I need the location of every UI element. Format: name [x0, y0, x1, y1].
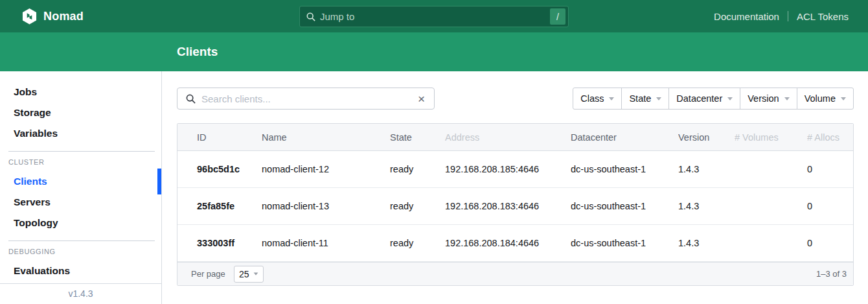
sidebar-divider [8, 151, 155, 152]
chevron-down-icon [727, 97, 733, 100]
sidebar-item-variables[interactable]: Variables [0, 123, 161, 144]
column-header-volumes: # Volumes [735, 132, 807, 143]
chevron-down-icon [656, 97, 661, 100]
column-header-allocs: # Allocs [807, 132, 853, 143]
sidebar-item-topology[interactable]: Topology [0, 213, 161, 233]
table-row[interactable]: 333003ff nomad-client-11 ready 192.168.2… [177, 225, 853, 262]
filter-class-button[interactable]: Class [573, 88, 622, 110]
client-datacenter: dc-us-southeast-1 [571, 238, 678, 248]
client-name: nomad-client-13 [262, 201, 390, 211]
sidebar-section-cluster: CLUSTER [0, 157, 161, 167]
client-datacenter: dc-us-southeast-1 [571, 164, 678, 174]
table-header: ID Name State Address Datacenter Version… [177, 124, 853, 151]
sidebar-item-servers[interactable]: Servers [0, 192, 161, 213]
filter-group: Class State Datacenter Version [573, 88, 854, 110]
client-version: 1.4.3 [678, 238, 735, 248]
client-name: nomad-client-11 [262, 238, 390, 248]
filter-label: State [629, 93, 651, 104]
brand-name: Nomad [43, 10, 84, 23]
chevron-down-icon [841, 97, 846, 100]
filter-datacenter-button[interactable]: Datacenter [668, 88, 740, 110]
sidebar-divider [8, 240, 155, 241]
filter-label: Class [580, 93, 604, 104]
table-footer: Per page 25 1–3 of 3 [177, 262, 853, 285]
filter-volume-button[interactable]: Volume [797, 88, 854, 110]
sidebar-item-storage[interactable]: Storage [0, 102, 161, 123]
sidebar: Jobs Storage Variables CLUSTER Clients S… [0, 71, 162, 304]
search-clients-box[interactable]: × [177, 88, 435, 110]
sidebar-section-debugging: DEBUGGING [0, 246, 161, 257]
pagination-range: 1–3 of 3 [816, 269, 847, 279]
sidebar-item-clients[interactable]: Clients [0, 171, 161, 192]
nomad-cube-icon [22, 8, 37, 25]
filter-version-button[interactable]: Version [740, 88, 797, 110]
slash-shortcut-badge: / [550, 8, 565, 25]
nomad-logo[interactable]: Nomad [22, 8, 84, 25]
client-datacenter: dc-us-southeast-1 [571, 201, 678, 211]
filter-label: Version [748, 93, 779, 104]
table-row[interactable]: 96bc5d1c nomad-client-12 ready 192.168.2… [177, 151, 853, 188]
jump-to-input[interactable] [320, 11, 550, 22]
per-page-label: Per page [191, 269, 225, 279]
client-address: 192.168.208.183:4646 [445, 201, 571, 211]
chevron-down-icon [784, 97, 790, 100]
main-panel: × Class State Datacenter [162, 71, 868, 304]
client-state: ready [390, 164, 445, 174]
clients-table: ID Name State Address Datacenter Version… [177, 123, 854, 286]
acl-tokens-link[interactable]: ACL Tokens [797, 11, 849, 22]
search-clients-input[interactable] [201, 93, 417, 104]
toolbar: × Class State Datacenter [177, 88, 854, 110]
column-header-name[interactable]: Name [262, 132, 390, 143]
client-name: nomad-client-12 [262, 164, 390, 174]
nomad-ui: Nomad / Documentation ACL Tokens Clients… [0, 0, 868, 304]
jump-to-search[interactable]: / [299, 6, 569, 27]
page-title: Clients [177, 45, 218, 59]
content: Jobs Storage Variables CLUSTER Clients S… [0, 71, 868, 304]
client-allocs: 0 [807, 238, 853, 248]
search-icon [186, 94, 196, 104]
version-label: v1.4.3 [0, 283, 161, 304]
client-version: 1.4.3 [678, 164, 735, 174]
client-address: 192.168.208.184:4646 [445, 238, 571, 248]
client-allocs: 0 [807, 164, 853, 174]
column-header-datacenter[interactable]: Datacenter [571, 132, 678, 143]
filter-label: Datacenter [676, 93, 722, 104]
client-state: ready [390, 201, 445, 211]
column-header-state[interactable]: State [390, 132, 445, 143]
client-id: 96bc5d1c [177, 164, 262, 174]
sidebar-item-evaluations[interactable]: Evaluations [0, 261, 161, 281]
sidebar-item-jobs[interactable]: Jobs [0, 82, 161, 102]
topnav-links: Documentation ACL Tokens [714, 11, 849, 22]
page-header: Clients [0, 32, 868, 71]
client-address: 192.168.208.185:4646 [445, 164, 571, 174]
clear-search-icon[interactable]: × [417, 93, 426, 105]
documentation-link[interactable]: Documentation [714, 11, 779, 22]
client-id: 333003ff [177, 238, 262, 248]
client-id: 25fa85fe [177, 201, 262, 211]
chevron-down-icon [609, 97, 614, 100]
search-icon [306, 12, 315, 21]
column-header-id[interactable]: ID [177, 132, 262, 143]
client-state: ready [390, 238, 445, 248]
chevron-down-icon [253, 272, 258, 275]
client-version: 1.4.3 [678, 201, 735, 211]
top-navbar: Nomad / Documentation ACL Tokens [0, 0, 868, 32]
column-header-version[interactable]: Version [678, 132, 735, 143]
column-header-address: Address [445, 132, 571, 143]
filter-label: Volume [805, 93, 836, 104]
per-page-value: 25 [239, 269, 249, 279]
client-allocs: 0 [807, 201, 853, 211]
per-page-select[interactable]: 25 [234, 266, 264, 283]
filter-state-button[interactable]: State [621, 88, 669, 110]
table-row[interactable]: 25fa85fe nomad-client-13 ready 192.168.2… [177, 188, 853, 225]
navlink-separator [788, 11, 788, 21]
